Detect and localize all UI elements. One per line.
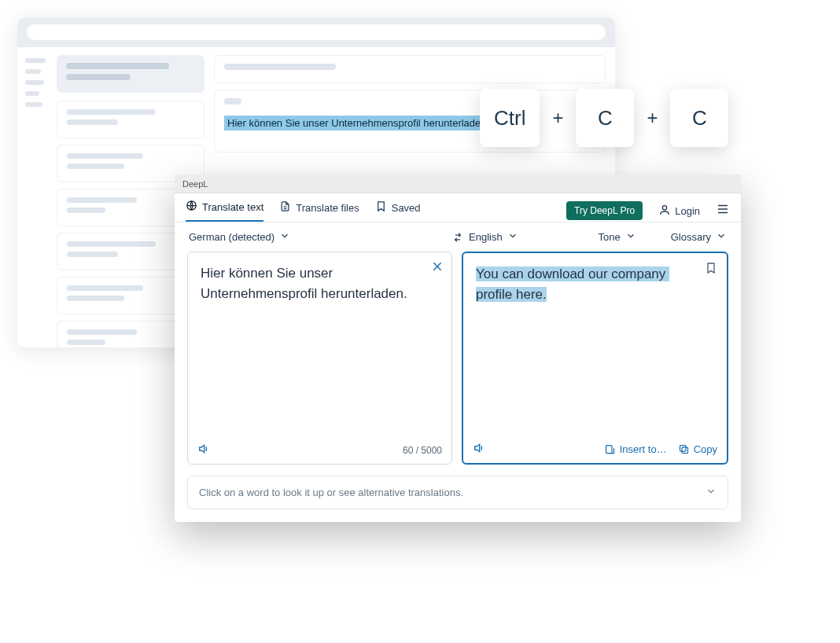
login-label: Login <box>675 205 700 217</box>
window-title: DeepL <box>182 179 208 189</box>
tone-select[interactable]: Tone <box>599 230 636 244</box>
top-tabs: Translate text Translate files Saved Try… <box>175 193 741 222</box>
chevron-down-icon <box>716 230 727 244</box>
address-bar-area <box>17 17 615 47</box>
key-ctrl: Ctrl <box>480 89 540 147</box>
save-translation-button[interactable] <box>705 261 717 278</box>
source-language-label: German (detected) <box>189 231 274 243</box>
tab-label: Translate files <box>296 202 359 214</box>
target-pane: You can download our company profile her… <box>462 252 728 465</box>
tab-translate-files[interactable]: Translate files <box>279 200 359 221</box>
target-lang-area: English Tone Glossary <box>469 230 727 244</box>
chevron-down-icon <box>706 486 717 499</box>
source-footer: 60 / 5000 <box>188 436 451 464</box>
file-icon <box>279 200 291 215</box>
tab-label: Translate text <box>202 201 263 213</box>
deepl-app-window: DeepL Translate text Translate files Sav… <box>175 175 741 522</box>
hint-text: Click on a word to look it up or see alt… <box>199 487 463 498</box>
background-rail <box>17 47 52 347</box>
window-titlebar: DeepL <box>175 175 741 193</box>
tab-label: Saved <box>392 202 421 214</box>
svg-rect-4 <box>680 446 686 452</box>
bookmark-icon <box>375 200 387 215</box>
address-bar <box>27 24 606 40</box>
try-pro-button[interactable]: Try DeepL Pro <box>566 201 643 220</box>
language-bar: German (detected) English Tone Glossary <box>175 222 741 252</box>
speaker-icon[interactable] <box>473 442 485 457</box>
plus-sign: + <box>647 107 658 129</box>
clear-source-button[interactable] <box>431 260 444 276</box>
target-footer: Insert to… Copy <box>463 435 727 463</box>
user-icon <box>658 204 671 219</box>
swap-languages-button[interactable] <box>447 232 469 243</box>
svg-point-1 <box>663 205 667 209</box>
login-button[interactable]: Login <box>658 204 700 219</box>
insert-label: Insert to… <box>620 443 667 455</box>
source-text-area[interactable]: Hier können Sie unser Unternehmensprofil… <box>188 252 451 436</box>
sidebar-card <box>57 55 204 93</box>
glossary-select[interactable]: Glossary <box>671 230 727 244</box>
target-language-select[interactable]: English <box>469 230 518 244</box>
target-language-label: English <box>469 231 503 243</box>
character-count: 60 / 5000 <box>403 445 442 456</box>
key-c-1: C <box>576 89 634 147</box>
source-pane: Hier können Sie unser Unternehmensprofil… <box>187 252 452 465</box>
source-language-select[interactable]: German (detected) <box>189 230 290 244</box>
globe-icon <box>186 200 197 214</box>
menu-button[interactable] <box>716 202 730 219</box>
svg-rect-3 <box>682 447 688 454</box>
plus-sign: + <box>552 107 563 129</box>
tab-translate-text[interactable]: Translate text <box>186 200 263 222</box>
insert-to-button[interactable]: Insert to… <box>604 443 667 455</box>
chevron-down-icon <box>279 230 290 244</box>
highlighted-source-text: Hier können Sie unser Unternehmensprofil… <box>224 116 490 130</box>
hint-bar[interactable]: Click on a word to look it up or see alt… <box>187 476 728 509</box>
tone-label: Tone <box>599 231 621 243</box>
key-c-2: C <box>670 89 728 147</box>
copy-button[interactable]: Copy <box>678 443 717 455</box>
chevron-down-icon <box>507 230 518 244</box>
translation-panes: Hier können Sie unser Unternehmensprofil… <box>175 252 741 465</box>
source-lang-area: German (detected) <box>189 230 447 244</box>
glossary-label: Glossary <box>671 231 711 243</box>
speaker-icon[interactable] <box>197 443 210 457</box>
svg-rect-2 <box>606 446 612 454</box>
chevron-down-icon <box>625 230 636 244</box>
target-text: You can download our company profile her… <box>476 266 669 302</box>
target-text-area[interactable]: You can download our company profile her… <box>463 253 727 435</box>
shortcut-display: Ctrl + C + C <box>480 89 728 147</box>
tab-saved[interactable]: Saved <box>375 200 421 221</box>
copy-label: Copy <box>694 443 717 455</box>
